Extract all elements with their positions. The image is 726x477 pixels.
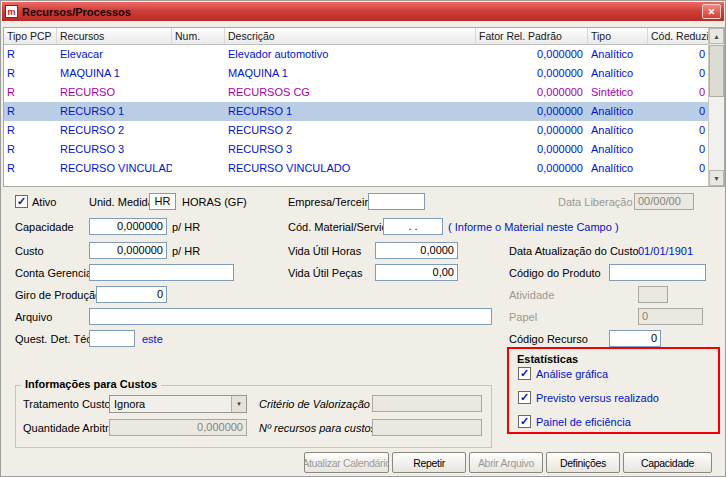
giro-producao-label: Giro de Produção [15,289,101,302]
codigo-recurso-input[interactable]: 0 [609,330,661,347]
cell-num [172,121,225,140]
close-button[interactable]: ✕ [702,4,721,19]
cell-tipo-pcp: R [4,121,57,140]
previsto-versus-realizado-label: Previsto versus realizado [536,392,659,404]
cell-num [172,83,225,102]
cell-recursos: Elevacar [57,45,172,64]
grid-vertical-scrollbar[interactable]: ▲ ▼ [708,28,724,186]
table-row[interactable]: RRECURSO VINCULADORECURSO VINCULADO0,000… [4,159,708,178]
column-header-recursos[interactable]: Recursos [57,28,172,44]
cell-descricao: RECURSO 3 [225,140,476,159]
unid-medida-input[interactable]: HR [149,193,176,210]
cell-fator-rel-padrao: 0,000000 [476,102,588,121]
scroll-up-icon: ▲ [713,33,720,40]
table-row[interactable]: RElevacarElevador automotivo0,000000Anal… [4,45,708,64]
column-header-cod-reduzido[interactable]: Cód. Reduzido [648,28,710,44]
custo-input[interactable]: 0,000000 [89,242,167,259]
estatisticas-title: Estatísticas [517,353,578,365]
cell-descricao: RECURSO 2 [225,121,476,140]
painel-de-eficiencia-checkbox[interactable]: ✓ [518,415,531,428]
cell-num [172,45,225,64]
tratamento-custos-select[interactable]: Ignora ▼ [109,395,247,413]
table-row[interactable]: RRECURSO 3RECURSO 30,000000Analítico0 [4,140,708,159]
codigo-produto-input[interactable] [609,264,706,281]
table-row[interactable]: RMAQUINA 1MAQUINA 10,000000Analítico0 [4,64,708,83]
quest-det-tec-input[interactable] [89,330,135,347]
scroll-down-icon: ▼ [713,175,720,182]
stat-option-analise-grafica: ✓Análise gráfica [509,367,718,383]
check-icon: ✓ [17,196,26,207]
column-header-fator-rel-padrao[interactable]: Fator Rel. Padrão [476,28,588,44]
atualizar-calendario-button: Atualizar Calendário [304,452,389,473]
cell-fator-rel-padrao: 0,000000 [476,83,588,102]
analise-grafica-label: Análise gráfica [536,368,608,380]
cell-num [172,140,225,159]
conta-gerencial-label: Conta Gerencial [15,267,95,280]
close-icon: ✕ [708,7,716,17]
cell-cod-reduzido: 0 [648,64,708,83]
scroll-down-button[interactable]: ▼ [709,170,724,186]
repetir-button[interactable]: Repetir [392,452,466,473]
cell-descricao: RECURSO 1 [225,102,476,121]
buttons-bar: Atualizar CalendárioRepetirAbrir Arquivo… [304,452,712,473]
column-header-descricao[interactable]: Descrição [225,28,476,44]
definicoes-button[interactable]: Definições [546,452,620,473]
cell-tipo: Analítico [588,102,648,121]
cell-recursos: MAQUINA 1 [57,64,172,83]
data-atualizacao-value: 01/01/1901 [638,245,693,258]
table-row[interactable]: RRECURSO 2RECURSO 20,000000Analítico0 [4,121,708,140]
cell-descricao: Elevador automotivo [225,45,476,64]
arquivo-label: Arquivo [15,311,52,324]
criterio-valorizacao-input [372,395,482,412]
giro-producao-input[interactable]: 0 [96,286,167,303]
table-row[interactable]: RRECURSORECURSOS CG0,000000Sintético0 [4,83,708,102]
cell-descricao: MAQUINA 1 [225,64,476,83]
cell-cod-reduzido: 0 [648,83,708,102]
ativo-checkbox[interactable]: ✓ [15,195,28,208]
criterio-valorizacao-label: Critério de Valorização [259,398,370,411]
quest-det-tec-link[interactable]: este [142,333,163,346]
cell-cod-reduzido: 0 [648,121,708,140]
cell-recursos: RECURSO 2 [57,121,172,140]
cell-tipo: Analítico [588,121,648,140]
data-liberacao-input: 00/00/00 [634,193,694,210]
scroll-up-button[interactable]: ▲ [709,28,724,44]
table-row[interactable]: RRECURSO 1RECURSO 10,000000Analítico0 [4,102,708,121]
conta-gerencial-input[interactable] [89,264,234,281]
codigo-produto-label: Código do Produto [509,267,601,280]
cell-fator-rel-padrao: 0,000000 [476,159,588,178]
papel-input: 0 [638,308,703,325]
column-header-tipo-pcp[interactable]: Tipo PCP [4,28,57,44]
check-icon: ✓ [520,392,529,403]
cell-cod-reduzido: 0 [648,159,708,178]
chevron-down-icon: ▼ [231,396,246,412]
recursos-processos-window: m Recursos/Processos ✕ Tipo PCPRecursosN… [0,0,726,477]
vida-util-pecas-input[interactable]: 0,00 [375,264,458,281]
column-header-tipo[interactable]: Tipo [588,28,648,44]
analise-grafica-checkbox[interactable]: ✓ [518,367,531,380]
capacidade-button[interactable]: Capacidade [623,452,712,473]
vida-util-horas-input[interactable]: 0,0000 [375,242,458,259]
n-recursos-custos-input [372,419,482,436]
cod-material-label: Cód. Material/Serviço [288,221,393,234]
column-header-num[interactable]: Num. [172,28,225,44]
scroll-thumb[interactable] [709,45,724,97]
tratamento-custos-value: Ignora [110,398,231,410]
cell-num [172,64,225,83]
cell-descricao: RECURSO VINCULADO [225,159,476,178]
atividade-input [638,286,668,303]
cell-tipo: Analítico [588,45,648,64]
previsto-versus-realizado-checkbox[interactable]: ✓ [518,391,531,404]
empresa-terceiro-input[interactable] [368,193,425,210]
n-recursos-custos-label: Nº recursos para custos [259,422,376,435]
cell-fator-rel-padrao: 0,000000 [476,121,588,140]
cod-material-hint: ( Informe o Material neste Campo ) [448,221,619,234]
cod-material-input[interactable]: . . [383,218,443,235]
grid-header: Tipo PCPRecursosNum.DescriçãoFator Rel. … [4,28,708,45]
capacidade-input[interactable]: 0,000000 [89,218,167,235]
titlebar[interactable]: m Recursos/Processos ✕ [2,2,724,21]
unid-medida-label: Unid. Medida [89,196,154,209]
tratamento-custos-label: Tratamento Custos [23,398,116,411]
arquivo-input[interactable] [89,308,492,325]
cell-tipo: Sintético [588,83,648,102]
